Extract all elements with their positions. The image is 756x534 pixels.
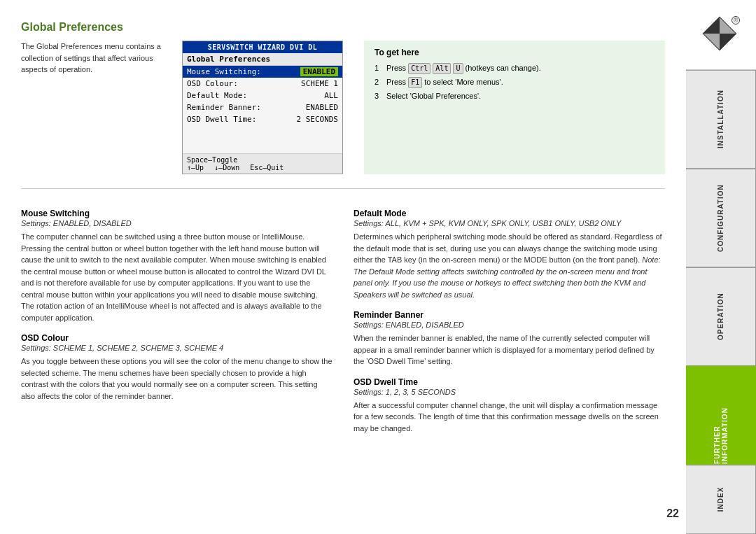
osd-title-bar: SERVSWITCH WIZARD DVI DL	[183, 41, 342, 53]
step-text: Select 'Global Preferences'.	[386, 90, 481, 104]
section-body-osd-colour: As you toggle between these options you …	[21, 356, 332, 402]
step-number: 3	[374, 90, 383, 104]
step-suffix: (hotkeys can change).	[465, 64, 541, 72]
osd-value: ALL	[324, 91, 338, 100]
sidebar-tab-installation[interactable]: INSTALLATION	[686, 70, 756, 169]
osd-row-dwell-time: OSD Dwell Time: 2 SECONDS	[183, 113, 342, 125]
osd-label: OSD Colour:	[187, 79, 238, 88]
osd-value: ENABLED	[306, 103, 338, 112]
tab-label-further-information: FURTHER INFORMATION	[713, 367, 729, 464]
divider	[21, 188, 665, 189]
section-heading-default-mode: Default Mode	[354, 209, 665, 218]
press-label: Press	[386, 78, 408, 86]
osd-label: Default Mode:	[187, 91, 247, 100]
step-text: Press F1 to select 'More menus'.	[386, 76, 503, 90]
left-column: Mouse Switching Settings: ENABLED, DISAB…	[21, 199, 332, 434]
osd-nav-up: ↑–Up	[187, 164, 204, 171]
top-section: The Global Preferences menu contains a c…	[21, 41, 665, 174]
section-heading-reminder-banner: Reminder Banner	[354, 310, 665, 320]
osd-row-mouse-switching: Mouse Switching: ENABLED	[183, 66, 342, 78]
content-columns: Mouse Switching Settings: ENABLED, DISAB…	[21, 199, 665, 434]
main-content: Global Preferences The Global Preference…	[0, 0, 686, 534]
key-ctrl: Ctrl	[408, 63, 430, 74]
sidebar: ® INSTALLATION CONFIGURATION OP	[686, 0, 756, 534]
key-alt: Alt	[433, 63, 451, 74]
page-title: Global Preferences	[21, 21, 665, 34]
sidebar-tab-configuration[interactable]: CONFIGURATION	[686, 169, 756, 267]
section-settings-reminder-banner: Settings: ENABLED, DISABLED	[354, 321, 665, 329]
osd-menu-title: Global Preferences	[183, 53, 342, 66]
section-body-osd-dwell-time: After a successful computer channel chan…	[354, 400, 665, 435]
osd-value: ENABLED	[300, 67, 338, 76]
key-f1: F1	[408, 77, 422, 88]
osd-footer: Space–Toggle ↑–Up ↓–Down Esc–Quit	[183, 153, 342, 174]
sidebar-logo-area: ®	[686, 0, 756, 70]
get-here-list: 1 Press Ctrl Alt U (hotkeys can change).…	[374, 62, 654, 103]
section-heading-osd-colour: OSD Colour	[21, 333, 332, 343]
sidebar-tab-further-information[interactable]: FURTHER INFORMATION	[686, 366, 756, 465]
italic-note: Note: The Default Mode setting affects s…	[354, 255, 661, 299]
step-number: 1	[374, 62, 383, 76]
osd-nav-quit: Esc–Quit	[250, 164, 284, 171]
osd-nav-down: ↓–Down	[214, 164, 239, 171]
list-item: 3 Select 'Global Preferences'.	[374, 90, 654, 104]
list-item: 2 Press F1 to select 'More menus'.	[374, 76, 654, 90]
sidebar-tabs: INSTALLATION CONFIGURATION OPERATION FUR…	[686, 70, 756, 534]
osd-label: OSD Dwell Time:	[187, 115, 256, 124]
section-reminder-banner: Reminder Banner Settings: ENABLED, DISAB…	[354, 310, 665, 367]
right-column: Default Mode Settings: ALL, KVM + SPK, K…	[354, 199, 665, 434]
press-label: Press	[386, 64, 408, 72]
section-settings-default-mode: Settings: ALL, KVM + SPK, KVM ONLY, SPK …	[354, 219, 665, 227]
osd-row-default-mode: Default Mode: ALL	[183, 90, 342, 101]
svg-marker-4	[704, 34, 720, 50]
key-u: U	[453, 63, 463, 74]
section-settings-osd-dwell-time: Settings: 1, 2, 3, 5 SECONDS	[354, 388, 665, 396]
section-mouse-switching: Mouse Switching Settings: ENABLED, DISAB…	[21, 209, 332, 323]
section-settings-osd-colour: Settings: SCHEME 1, SCHEME 2, SCHEME 3, …	[21, 344, 332, 352]
tab-label-configuration: CONFIGURATION	[717, 184, 724, 252]
osd-row-osd-colour: OSD Colour: SCHEME 1	[183, 78, 342, 90]
tab-label-installation: INSTALLATION	[717, 90, 724, 149]
registered-mark: ®	[732, 16, 740, 24]
osd-footer-nav: ↑–Up ↓–Down Esc–Quit	[187, 164, 338, 171]
section-heading-osd-dwell-time: OSD Dwell Time	[354, 377, 665, 387]
tab-label-index: INDEX	[717, 487, 724, 512]
list-item: 1 Press Ctrl Alt U (hotkeys can change).	[374, 62, 654, 76]
section-default-mode: Default Mode Settings: ALL, KVM + SPK, K…	[354, 209, 665, 300]
section-osd-dwell-time: OSD Dwell Time Settings: 1, 2, 3, 5 SECO…	[354, 377, 665, 435]
osd-footer-line1: Space–Toggle	[187, 156, 338, 164]
page-number: 22	[666, 507, 679, 520]
section-body-default-mode: Determines which peripheral switching mo…	[354, 231, 665, 300]
osd-label: Mouse Switching:	[187, 67, 261, 76]
tab-label-operation: OPERATION	[717, 293, 724, 340]
section-osd-colour: OSD Colour Settings: SCHEME 1, SCHEME 2,…	[21, 333, 332, 402]
diamond-logo: ®	[702, 16, 740, 54]
step-number: 2	[374, 76, 383, 90]
step-text: Press Ctrl Alt U (hotkeys can change).	[386, 62, 541, 76]
osd-row-reminder-banner: Reminder Banner: ENABLED	[183, 101, 342, 113]
section-body-mouse-switching: The computer channel can be switched usi…	[21, 231, 332, 323]
sidebar-tab-operation[interactable]: OPERATION	[686, 267, 756, 366]
section-settings-mouse-switching: Settings: ENABLED, DISABLED	[21, 219, 332, 227]
osd-menu: SERVSWITCH WIZARD DVI DL Global Preferen…	[182, 41, 343, 174]
osd-value: 2 SECONDS	[296, 115, 338, 124]
section-heading-mouse-switching: Mouse Switching	[21, 209, 332, 218]
osd-label: Reminder Banner:	[187, 103, 261, 112]
section-body-reminder-banner: When the reminder banner is enabled, the…	[354, 332, 665, 367]
intro-text: The Global Preferences menu contains a c…	[21, 41, 161, 174]
get-here-box: To get here 1 Press Ctrl Alt U (hotkeys …	[364, 41, 665, 174]
svg-marker-1	[704, 17, 720, 34]
step-suffix: to select 'More menus'.	[424, 78, 503, 86]
osd-value: SCHEME 1	[301, 79, 338, 88]
sidebar-tab-index[interactable]: INDEX	[686, 465, 756, 534]
get-here-title: To get here	[374, 48, 654, 57]
